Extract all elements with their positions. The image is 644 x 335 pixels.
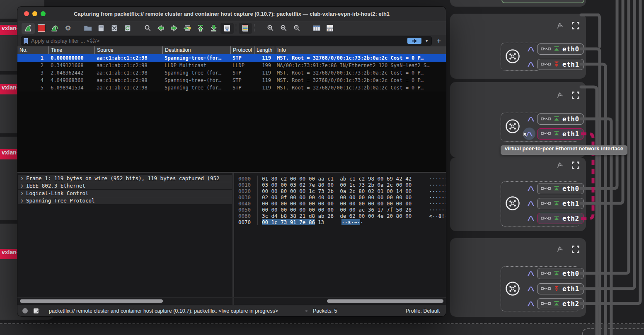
hex-row[interactable]: 005000 00 00 00 00 00 00 00 00 00 ac 36 …	[234, 207, 446, 213]
hex-row[interactable]: 001003 00 00 03 02 7e 80 00 00 1c 73 2b …	[234, 182, 446, 188]
expand-icon[interactable]	[571, 161, 580, 170]
profile-label[interactable]: Profile: Default	[406, 308, 440, 314]
detail-row[interactable]: ❯IEEE 802.3 Ethernet	[18, 182, 232, 189]
capture-squiggle-icon[interactable]	[556, 245, 565, 254]
go-forward-button[interactable]	[167, 23, 181, 34]
layout-pages-button[interactable]: 123	[323, 23, 337, 34]
apply-filter-button[interactable]	[407, 38, 421, 44]
capture-pulse-icon[interactable]	[527, 215, 535, 222]
details-scrollbar-thumb[interactable]	[20, 299, 163, 303]
display-filter-input[interactable]: Apply a display filter ... <⌘/> ▼	[21, 36, 432, 46]
packet-row[interactable]: 4 4.049068360 aa:c1:ab:c1:c2:98 Spanning…	[17, 77, 446, 84]
packet-details-pane[interactable]: ❯Frame 1: 119 bytes on wire (952 bits), …	[17, 173, 232, 297]
detail-row[interactable]: ❯Logical-Link Control	[18, 190, 232, 197]
interface-pill-eth1[interactable]: eth1	[537, 198, 584, 209]
go-back-button[interactable]	[154, 23, 167, 34]
column-header-info[interactable]: Info	[275, 46, 446, 54]
capture-pulse-icon[interactable]	[527, 186, 535, 192]
interface-pill-eth0[interactable]: eth0	[537, 183, 584, 194]
go-first-packet-button[interactable]	[194, 23, 207, 34]
capture-squiggle-icon[interactable]	[556, 91, 565, 100]
capture-pulse-icon[interactable]	[527, 286, 535, 292]
packet-list-empty-area[interactable]	[17, 92, 446, 172]
expand-caret-icon[interactable]: ❯	[18, 176, 26, 181]
window-titlebar[interactable]: Capturing from packetflix:// remote clus…	[17, 7, 446, 21]
stop-capture-button[interactable]	[35, 23, 48, 34]
go-last-packet-button[interactable]	[207, 23, 220, 34]
colorize-packets-button[interactable]	[239, 23, 252, 34]
column-header-length[interactable]: Length	[254, 46, 275, 54]
reload-file-button[interactable]	[121, 23, 134, 34]
hex-row[interactable]: 00603c d4 b8 38 21 d8 ab 26 de 62 00 00 …	[234, 213, 446, 219]
restart-capture-button[interactable]	[48, 23, 61, 34]
capture-pulse-icon[interactable]	[527, 200, 535, 207]
interface-pill-eth0[interactable]: eth0	[537, 113, 584, 125]
container-icon[interactable]	[505, 48, 521, 64]
interface-pill-eth2[interactable]: eth2	[537, 298, 584, 309]
detail-row[interactable]: ❯Spanning Tree Protocol	[18, 197, 232, 204]
packet-row[interactable]: 2 0.349121668 aa:c1:ab:c1:c2:98 LLDP_Mul…	[17, 62, 446, 69]
hex-row[interactable]: 000001 80 c2 00 00 00 aa c1 ab c1 c2 98 …	[234, 176, 446, 182]
expand-caret-icon[interactable]: ❯	[18, 183, 26, 188]
find-packet-button[interactable]	[141, 23, 154, 34]
expand-caret-icon[interactable]: ❯	[18, 191, 26, 195]
interface-pill-eth0[interactable]: eth0	[537, 268, 584, 279]
capture-squiggle-icon[interactable]	[556, 161, 565, 170]
capture-squiggle-icon[interactable]	[556, 21, 565, 30]
details-scrollbar[interactable]	[17, 298, 232, 305]
expand-icon[interactable]	[571, 21, 580, 30]
hex-row[interactable]: 002000 00 80 00 00 1c 73 2b 0a 2c 80 02 …	[234, 188, 446, 194]
hex-row-selected[interactable]: 007000 1c 73 91 7e 8613··s·~··	[234, 219, 446, 225]
capture-pulse-icon[interactable]	[527, 46, 535, 52]
start-capture-button[interactable]	[22, 23, 35, 34]
hex-row[interactable]: 004000 00 00 00 00 00 00 00 00 00 00 00 …	[234, 200, 446, 207]
packet-row[interactable]: 3 2.048362442 aa:c1:ab:c1:c2:98 Spanning…	[17, 69, 446, 77]
expert-info-icon[interactable]	[22, 308, 28, 313]
close-window-button[interactable]	[24, 11, 29, 16]
zoom-in-button[interactable]	[264, 23, 277, 34]
hex-scrollbar[interactable]	[234, 298, 446, 305]
interface-pill-eth1[interactable]: eth1	[537, 59, 584, 70]
filter-history-dropdown[interactable]: ▼	[424, 39, 429, 43]
interface-pill-eth1[interactable]: eth1	[537, 283, 584, 294]
close-file-button[interactable]	[108, 23, 121, 34]
capture-pulse-icon[interactable]	[527, 61, 535, 67]
column-header-no[interactable]: No.	[17, 46, 48, 54]
detail-row[interactable]: ❯Frame 1: 119 bytes on wire (952 bits), …	[18, 175, 232, 182]
bookmark-icon[interactable]	[23, 38, 29, 44]
interface-pill-eth2[interactable]: eth2	[537, 213, 584, 224]
hex-scrollbar-thumb[interactable]	[327, 299, 443, 303]
expand-caret-icon[interactable]: ❯	[18, 198, 26, 203]
go-to-packet-button[interactable]	[181, 23, 194, 34]
zoom-100-button[interactable]	[290, 23, 303, 34]
hex-dump-pane[interactable]: 000001 80 c2 00 00 00 aa c1 ab c1 c2 98 …	[234, 173, 446, 297]
capture-comment-icon[interactable]	[33, 307, 40, 314]
container-icon[interactable]	[505, 281, 521, 296]
expand-icon[interactable]	[571, 91, 580, 100]
minimize-window-button[interactable]	[32, 11, 37, 16]
capture-options-button[interactable]: ⚙	[61, 23, 75, 34]
capture-pulse-icon[interactable]	[527, 116, 535, 122]
zoom-out-button[interactable]	[277, 23, 290, 34]
hex-row[interactable]: 003002 00 0f 00 00 00 40 00 00 00 00 00 …	[234, 194, 446, 200]
interface-pill-eth1[interactable]: eth1	[537, 128, 584, 140]
column-header-time[interactable]: Time	[48, 46, 94, 54]
container-icon[interactable]	[505, 118, 521, 134]
column-header-destination[interactable]: Destination	[162, 46, 230, 54]
interface-pill-eth0[interactable]: eth0	[537, 43, 584, 55]
container-icon[interactable]	[505, 195, 521, 211]
zoom-window-button[interactable]	[41, 11, 46, 16]
column-header-source[interactable]: Source	[94, 46, 162, 54]
expand-icon[interactable]	[571, 245, 580, 254]
add-filter-button[interactable]: +	[435, 37, 443, 44]
column-header-protocol[interactable]: Protocol	[230, 46, 254, 54]
interface-pill-partial[interactable]	[501, 0, 584, 3]
auto-scroll-button[interactable]	[220, 23, 234, 34]
resize-columns-button[interactable]	[310, 23, 323, 34]
capture-pulse-icon[interactable]	[527, 270, 535, 277]
save-file-button[interactable]	[94, 23, 108, 34]
packet-row[interactable]: 5 6.098941534 aa:c1:ab:c1:c2:98 Spanning…	[17, 84, 446, 92]
packet-row[interactable]: 1 0.000000000 aa:c1:ab:c1:c2:98 Spanning…	[17, 54, 446, 62]
open-file-button[interactable]	[81, 23, 94, 34]
capture-pulse-icon[interactable]	[527, 301, 535, 307]
